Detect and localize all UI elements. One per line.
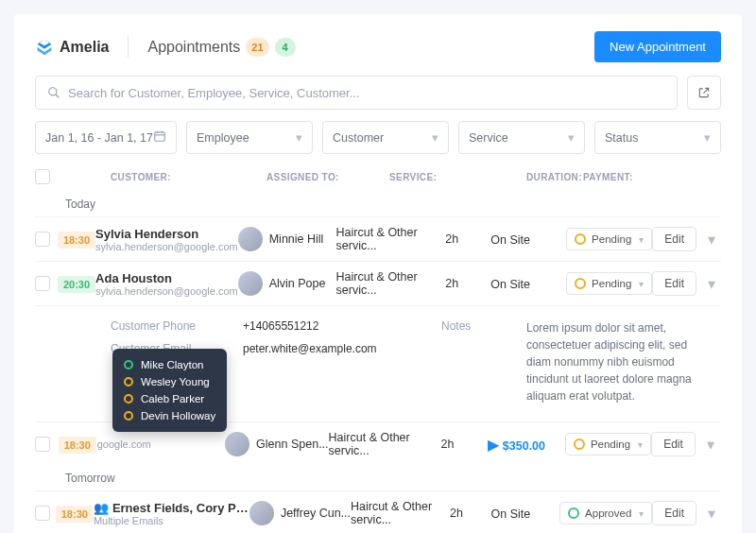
expand-toggle[interactable]: ▾ (702, 275, 721, 293)
group-icon: 👥 (94, 501, 109, 515)
payment-value: On Site (491, 507, 531, 521)
notes-label: Notes (441, 319, 498, 404)
tooltip-name: Caleb Parker (141, 393, 204, 404)
time-badge: 18:30 (56, 506, 94, 523)
date-filter-label: Jan 1, 16 - Jan 1, 17 (45, 131, 153, 145)
row-checkbox[interactable] (35, 232, 50, 247)
expand-toggle[interactable]: ▾ (702, 505, 721, 523)
row-checkbox[interactable] (35, 437, 50, 452)
edit-button[interactable]: Edit (652, 501, 696, 525)
select-all-checkbox[interactable] (35, 169, 50, 184)
phone-label: Customer Phone (111, 319, 215, 333)
date-filter[interactable]: Jan 1, 16 - Jan 1, 17 (35, 121, 177, 154)
time-badge: 18:30 (59, 437, 96, 454)
assigned-name: Jeffrey Cun... (281, 507, 351, 520)
service-filter-label: Service (469, 131, 508, 145)
expand-toggle[interactable]: ▾ (701, 436, 720, 454)
tooltip-name: Mike Clayton (141, 359, 203, 370)
chevron-down-icon: ▾ (568, 130, 575, 145)
employee-filter[interactable]: Employee▾ (186, 121, 313, 154)
table-row: 18:30👥Ernest Fields, Cory Page...Multipl… (35, 490, 721, 533)
avatar (238, 271, 263, 296)
chevron-down-icon: ▾ (296, 130, 302, 145)
customer-email: sylvia.henderson@google.com (95, 241, 238, 252)
status-label: Approved (585, 507, 631, 519)
search-box[interactable] (35, 76, 678, 110)
export-button[interactable] (687, 76, 721, 110)
status-ring-icon (124, 360, 133, 370)
status-dropdown[interactable]: Pending▾ (566, 272, 652, 295)
search-input[interactable] (68, 86, 665, 100)
page-title: Appointments (147, 39, 240, 56)
customer-filter[interactable]: Customer▾ (322, 121, 449, 154)
avatar (249, 501, 274, 525)
customer-email: sylvia.henderson@google.com (95, 285, 238, 297)
status-label: Pending (592, 278, 631, 289)
payment-value: On Site (490, 233, 530, 247)
assigned-name: Minnie Hill (269, 232, 324, 246)
edit-button[interactable]: Edit (652, 271, 696, 296)
logo-icon (35, 38, 54, 57)
status-ring-icon (575, 233, 586, 245)
count-badge-green: 4 (275, 38, 296, 57)
chevron-down-icon: ▾ (432, 130, 438, 145)
count-badge-orange: 21 (246, 38, 268, 57)
calendar-icon (153, 129, 166, 143)
status-ring-icon (124, 411, 133, 421)
table-header: CUSTOMER: ASSIGNED TO: SERVICE: DURATION… (35, 163, 721, 192)
duration-text: 2h (445, 277, 490, 290)
payment-value: $350.00 (503, 439, 545, 453)
status-dropdown[interactable]: Approved▾ (559, 502, 652, 524)
status-ring-icon (124, 377, 133, 387)
edit-button[interactable]: Edit (652, 227, 696, 251)
status-label: Pending (592, 233, 631, 245)
tooltip-name: Wesley Young (141, 376, 210, 387)
chevron-down-icon: ▾ (638, 439, 643, 450)
tooltip-item: Wesley Young (124, 373, 215, 390)
avatar (225, 432, 249, 456)
row-checkbox[interactable] (35, 276, 50, 291)
status-dropdown[interactable]: Pending▾ (566, 228, 652, 250)
chevron-down-icon: ▾ (704, 130, 711, 145)
service-text: Haircut & Other servic... (351, 500, 450, 526)
email-value: peter.white@example.com (243, 342, 413, 355)
chevron-down-icon: ▾ (639, 508, 644, 519)
service-filter[interactable]: Service▾ (458, 121, 585, 154)
section-tomorrow: Tomorrow (35, 466, 721, 490)
status-label: Pending (591, 438, 630, 450)
svg-point-0 (49, 88, 57, 95)
phone-value: +14065551212 (243, 319, 413, 333)
time-badge: 20:30 (58, 276, 95, 293)
brand-logo: Amelia (35, 38, 109, 57)
status-filter[interactable]: Status▾ (594, 121, 721, 154)
status-ring-icon (124, 394, 133, 404)
duration-text: 2h (450, 507, 490, 520)
table-row: 20:30Ada Houstonsylvia.henderson@google.… (35, 261, 721, 305)
col-assigned: ASSIGNED TO: (266, 172, 389, 182)
status-ring-icon (575, 278, 586, 289)
status-ring-icon (574, 438, 585, 450)
customer-filter-label: Customer (333, 131, 384, 145)
row-checkbox[interactable] (35, 506, 50, 521)
status-dropdown[interactable]: Pending▾ (565, 433, 651, 456)
new-appointment-button[interactable]: New Appointment (594, 31, 721, 62)
expand-toggle[interactable]: ▾ (702, 231, 721, 249)
chevron-down-icon: ▾ (639, 279, 644, 289)
customer-email: Multiple Emails (94, 515, 249, 526)
customer-name: Sylvia Henderson (95, 227, 238, 241)
paypal-icon: ▶ (488, 437, 499, 453)
col-service: SERVICE: (389, 172, 526, 182)
header-divider (128, 37, 129, 58)
avatar (238, 227, 263, 251)
duration-text: 2h (445, 232, 490, 246)
status-ring-icon (568, 507, 579, 519)
customer-name: 👥Ernest Fields, Cory Page... (94, 501, 249, 515)
col-customer: CUSTOMER: (111, 172, 266, 182)
search-icon (47, 86, 60, 99)
customer-name: Ada Houston (95, 271, 238, 285)
tooltip-name: Devin Holloway (141, 410, 215, 421)
service-text: Haircut & Other servic... (329, 431, 441, 457)
svg-line-1 (56, 95, 60, 98)
edit-button[interactable]: Edit (651, 432, 696, 456)
external-link-icon (697, 86, 711, 99)
